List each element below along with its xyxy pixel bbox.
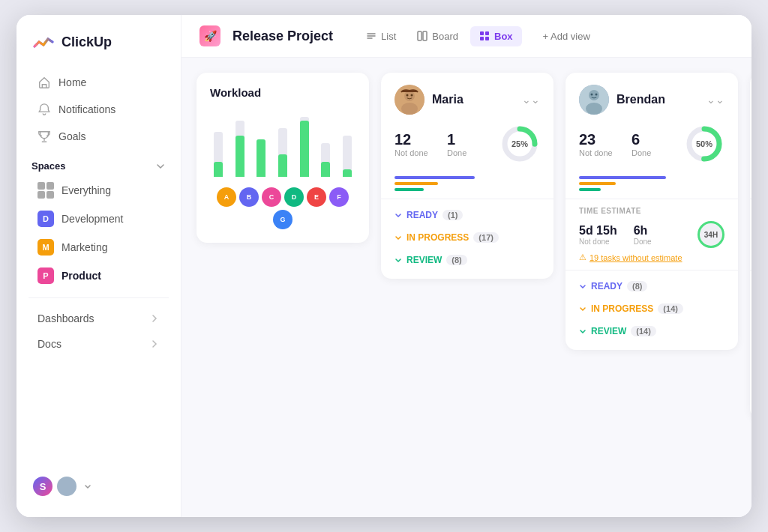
amy-progress [750, 172, 752, 199]
tab-box[interactable]: Box [470, 26, 522, 46]
marketing-badge: M [38, 239, 54, 256]
brendan-review-row[interactable]: REVIEW (14) [566, 320, 738, 342]
amy-card: Amy ⌄⌄ 12 Not done 3 Done [750, 73, 752, 419]
space-development-label: Development [62, 213, 124, 225]
maria-review-count: (8) [446, 255, 466, 265]
brendan-time-estimate: TIME ESTIMATE 5d 15h Not done 6h Done 34… [566, 199, 738, 270]
brendan-progress-2 [579, 182, 616, 185]
progress-bar-3 [394, 188, 424, 191]
sidebar-footer: S [16, 468, 181, 505]
nav-item-goals[interactable]: Goals [22, 123, 175, 150]
sidebar-divider [28, 297, 169, 298]
user-avatar-s[interactable]: S [32, 475, 54, 498]
maria-inprogress-row[interactable]: IN PROGRESS (17) [381, 226, 554, 249]
bar-6 [317, 117, 334, 177]
bar-3 [253, 117, 270, 177]
maria-donut: 25% [500, 124, 540, 164]
brendan-header: Brendan ⌄⌄ [566, 73, 738, 124]
amy-ready-row[interactable]: READY (8) TIME EST. [750, 275, 752, 297]
tab-board[interactable]: Board [408, 26, 467, 46]
space-marketing[interactable]: M Marketing [22, 233, 175, 262]
brendan-chevron-icon[interactable]: ⌄⌄ [706, 94, 724, 106]
workload-avatar-5: E [307, 187, 326, 207]
workload-avatar-2: B [239, 187, 259, 207]
maria-not-done: 12 Not done [394, 131, 435, 157]
space-product-label: Product [62, 270, 101, 282]
bar-2 [232, 117, 249, 177]
brendan-ready-count: (8) [627, 281, 647, 291]
brendan-progress-3 [579, 188, 601, 191]
space-everything-label: Everything [62, 184, 111, 196]
amy-task-list: Update contracto... 2h Plan for next yea… [750, 297, 752, 366]
svg-point-10 [411, 94, 413, 97]
amy-inprogress-row[interactable]: IN PROGRESS (2) [750, 366, 752, 389]
product-badge: P [38, 267, 54, 284]
brendan-avatar [579, 85, 609, 115]
nav-item-home[interactable]: Home [22, 69, 175, 96]
list-icon [366, 31, 376, 41]
amy-review-row[interactable]: REVIEW (3) [750, 389, 752, 411]
brendan-warning: ⚠ 19 tasks without estimate [579, 253, 724, 262]
brendan-sections: READY (8) IN PROGRESS (14) [566, 270, 738, 350]
brendan-time-label: TIME ESTIMATE [579, 207, 724, 215]
svg-point-14 [589, 90, 599, 100]
svg-rect-0 [418, 31, 422, 40]
nav-notifications-label: Notifications [58, 103, 116, 115]
maria-review-chevron [394, 256, 402, 264]
sidebar: ClickUp Home Notifications Goals Space [16, 15, 182, 517]
nav-dashboards[interactable]: Dashboards [22, 306, 175, 331]
brendan-progress [566, 172, 738, 199]
brendan-inprogress-row[interactable]: IN PROGRESS (14) [566, 297, 738, 320]
svg-point-17 [596, 94, 598, 96]
brendan-review-chevron [579, 327, 586, 335]
space-development[interactable]: D Development [22, 205, 175, 233]
maria-card: Maria ⌄⌄ 12 Not done 1 Done [381, 73, 554, 279]
user-menu-chevron[interactable] [84, 483, 92, 490]
logo-icon [32, 30, 56, 54]
spaces-chevron-icon [155, 161, 166, 172]
user-avatar-2 [56, 475, 78, 498]
svg-point-7 [404, 91, 415, 101]
svg-point-8 [401, 103, 418, 115]
brendan-review-count: (14) [631, 326, 656, 336]
brendan-stats: 23 Not done 6 Done 50% [566, 124, 738, 172]
brendan-inprogress-label: IN PROGRESS [591, 303, 653, 314]
space-everything[interactable]: Everything [22, 176, 175, 205]
warning-icon: ⚠ [579, 253, 586, 262]
svg-point-16 [591, 94, 593, 96]
grid-icon [38, 182, 54, 199]
space-product[interactable]: P Product [22, 262, 175, 290]
bar-5 [296, 117, 313, 177]
svg-rect-4 [480, 37, 484, 40]
brendan-time-badge: 34H [698, 221, 724, 248]
brendan-donut: 50% [684, 124, 724, 164]
bar-1 [210, 117, 227, 177]
add-view-button[interactable]: + Add view [534, 26, 599, 46]
maria-chevron-icon[interactable]: ⌄⌄ [522, 94, 540, 106]
amy-header: Amy ⌄⌄ [750, 73, 752, 124]
svg-rect-2 [480, 31, 484, 35]
spaces-section-label: Spaces [16, 150, 181, 176]
maria-name: Maria [432, 93, 464, 106]
maria-review-row[interactable]: REVIEW (8) [381, 249, 554, 271]
workload-avatar-1: A [217, 187, 236, 207]
brendan-ready-row[interactable]: READY (8) [566, 275, 738, 297]
maria-inprogress-label: IN PROGRESS [406, 232, 469, 243]
workload-title: Workload [210, 86, 356, 99]
svg-point-15 [586, 103, 602, 115]
app-shell: ClickUp Home Notifications Goals Space [16, 15, 752, 517]
bar-chart [210, 109, 356, 177]
tab-list[interactable]: List [357, 26, 405, 46]
workload-avatar-6: F [329, 187, 349, 207]
nav-item-notifications[interactable]: Notifications [22, 96, 175, 123]
brendan-ready-label: READY [591, 281, 622, 291]
maria-avatar [394, 85, 424, 115]
brendan-review-label: REVIEW [591, 326, 626, 336]
maria-ready-count: (1) [442, 210, 463, 220]
nav-docs[interactable]: Docs [22, 331, 175, 357]
brendan-percent-label: 50% [696, 139, 712, 148]
progress-bar-1 [394, 176, 475, 179]
workload-avatars: A B C D E F G [210, 187, 356, 229]
brendan-done: 6 Done [632, 131, 672, 157]
maria-ready-row[interactable]: READY (1) [381, 204, 554, 226]
